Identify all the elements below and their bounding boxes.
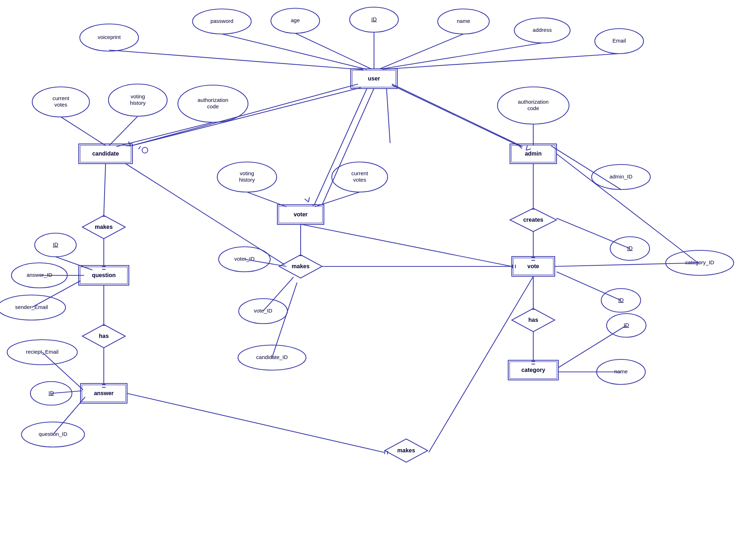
svg-text:question: question bbox=[92, 272, 116, 278]
svg-text:admin_ID: admin_ID bbox=[609, 173, 632, 180]
svg-text:current: current bbox=[351, 170, 369, 176]
svg-line-101 bbox=[126, 146, 131, 146]
svg-text:authorization: authorization bbox=[198, 97, 228, 103]
svg-line-108 bbox=[309, 197, 309, 202]
svg-text:name: name bbox=[457, 18, 470, 24]
svg-text:authorization: authorization bbox=[518, 99, 549, 105]
svg-text:creates: creates bbox=[523, 217, 543, 223]
svg-text:votes: votes bbox=[353, 177, 366, 183]
svg-text:Email: Email bbox=[612, 38, 626, 44]
er-diagram: usercandidatevoteradminvotequestionanswe… bbox=[0, 0, 748, 560]
svg-text:code: code bbox=[528, 105, 539, 111]
svg-line-162 bbox=[388, 451, 388, 455]
svg-text:votes: votes bbox=[54, 102, 67, 108]
svg-text:voter: voter bbox=[293, 211, 307, 217]
svg-text:address: address bbox=[533, 27, 552, 33]
svg-text:age: age bbox=[291, 17, 300, 23]
svg-line-109 bbox=[305, 199, 309, 202]
svg-text:sender_Email: sender_Email bbox=[15, 304, 48, 310]
svg-text:answer_ID: answer_ID bbox=[26, 272, 52, 278]
svg-text:voting: voting bbox=[131, 93, 145, 99]
svg-text:makes: makes bbox=[397, 447, 415, 453]
svg-text:has: has bbox=[99, 333, 109, 339]
svg-text:category: category bbox=[521, 367, 545, 373]
svg-text:reciept_Email: reciept_Email bbox=[26, 349, 59, 355]
svg-text:name: name bbox=[614, 368, 628, 374]
svg-line-116 bbox=[247, 192, 286, 207]
svg-text:history: history bbox=[130, 100, 146, 106]
svg-line-117 bbox=[315, 192, 360, 207]
svg-line-144 bbox=[557, 272, 621, 300]
svg-line-120 bbox=[104, 163, 106, 215]
svg-text:vote: vote bbox=[528, 263, 539, 269]
svg-text:user: user bbox=[368, 75, 380, 82]
svg-text:candidate: candidate bbox=[92, 151, 119, 157]
svg-line-114 bbox=[109, 116, 138, 146]
svg-line-139 bbox=[557, 218, 630, 249]
svg-text:voiceprint: voiceprint bbox=[98, 34, 121, 40]
svg-text:answer: answer bbox=[94, 390, 113, 396]
svg-text:makes: makes bbox=[292, 263, 310, 269]
svg-text:password: password bbox=[210, 18, 233, 24]
svg-line-93 bbox=[295, 33, 371, 69]
svg-line-97 bbox=[381, 43, 542, 69]
svg-text:ID: ID bbox=[53, 241, 58, 247]
svg-text:history: history bbox=[239, 177, 255, 183]
svg-text:code: code bbox=[207, 103, 219, 109]
svg-line-161 bbox=[385, 451, 385, 454]
svg-text:current: current bbox=[53, 95, 70, 101]
svg-text:has: has bbox=[528, 317, 538, 323]
svg-line-115 bbox=[116, 122, 213, 147]
svg-text:ID: ID bbox=[371, 16, 377, 22]
svg-line-160 bbox=[127, 393, 384, 452]
er-svg: usercandidatevoteradminvotequestionanswe… bbox=[0, 0, 748, 560]
svg-line-136 bbox=[301, 224, 512, 266]
svg-line-98 bbox=[382, 54, 619, 69]
svg-line-104 bbox=[387, 88, 390, 143]
svg-text:voting: voting bbox=[240, 170, 254, 176]
svg-line-95 bbox=[379, 34, 463, 69]
svg-text:category_ID: category_ID bbox=[685, 259, 714, 265]
svg-text:makes: makes bbox=[95, 224, 113, 230]
svg-line-96 bbox=[109, 50, 363, 70]
svg-line-105 bbox=[139, 146, 140, 149]
svg-point-106 bbox=[142, 147, 148, 153]
svg-text:admin: admin bbox=[525, 151, 541, 157]
svg-line-113 bbox=[61, 117, 106, 146]
